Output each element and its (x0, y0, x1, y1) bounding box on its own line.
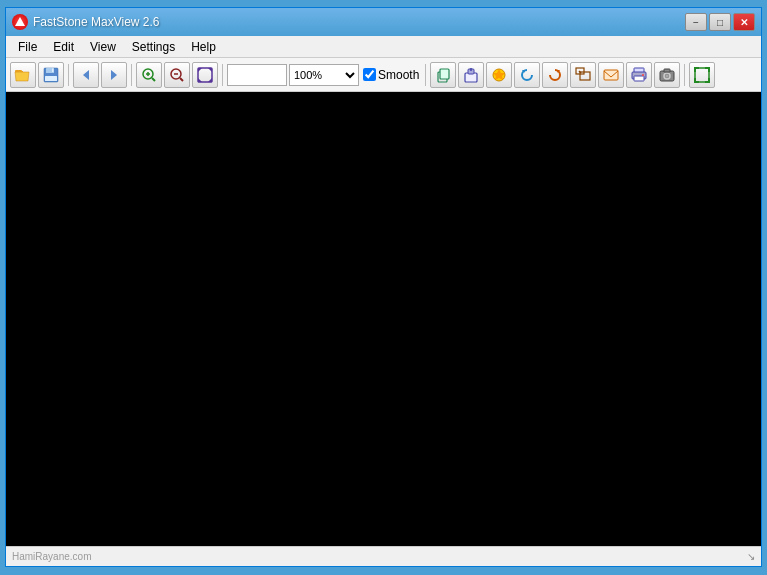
separator-4 (425, 64, 426, 86)
svg-point-35 (642, 74, 644, 76)
smooth-checkbox[interactable] (363, 68, 376, 81)
fullscreen-icon (693, 66, 711, 84)
open-button[interactable] (10, 62, 36, 88)
save-button[interactable] (38, 62, 64, 88)
app-logo (12, 14, 28, 30)
rotate-left-icon (518, 66, 536, 84)
resize-handle[interactable]: ↘ (747, 551, 755, 562)
zoom-out-button[interactable] (164, 62, 190, 88)
svg-line-30 (579, 71, 581, 73)
zoom-input[interactable] (227, 64, 287, 86)
title-bar: FastStone MaxView 2.6 − □ ✕ (6, 8, 761, 36)
image-canvas (6, 92, 761, 546)
menu-help[interactable]: Help (183, 38, 224, 56)
svg-line-14 (180, 78, 183, 81)
print-button[interactable] (626, 62, 652, 88)
back-icon (77, 66, 95, 84)
rotate-right-icon (546, 66, 564, 84)
svg-rect-15 (198, 68, 212, 82)
main-window: FastStone MaxView 2.6 − □ ✕ File Edit Vi… (5, 7, 762, 567)
minimize-button[interactable]: − (685, 13, 707, 31)
separator-1 (68, 64, 69, 86)
back-button[interactable] (73, 62, 99, 88)
separator-2 (131, 64, 132, 86)
svg-rect-40 (695, 68, 709, 82)
window-title: FastStone MaxView 2.6 (33, 15, 160, 29)
separator-3 (222, 64, 223, 86)
svg-rect-39 (664, 69, 670, 72)
email-button[interactable] (598, 62, 624, 88)
window-controls: − □ ✕ (685, 13, 755, 31)
zoom-select[interactable]: 100% 50% 200% Fit (289, 64, 359, 86)
menu-bar: File Edit View Settings Help (6, 36, 761, 58)
resize-button[interactable] (570, 62, 596, 88)
fullscreen-button[interactable] (689, 62, 715, 88)
menu-file[interactable]: File (10, 38, 45, 56)
svg-point-38 (666, 74, 669, 77)
svg-rect-5 (45, 76, 57, 81)
adjust-icon (490, 66, 508, 84)
svg-line-11 (152, 78, 155, 81)
svg-rect-21 (440, 69, 449, 79)
zoom-in-button[interactable] (136, 62, 162, 88)
status-bar: HamiRayane.com ↘ (6, 546, 761, 566)
title-bar-left: FastStone MaxView 2.6 (12, 14, 160, 30)
fit-window-button[interactable] (192, 62, 218, 88)
zoom-out-icon (168, 66, 186, 84)
menu-settings[interactable]: Settings (124, 38, 183, 56)
menu-view[interactable]: View (82, 38, 124, 56)
svg-rect-4 (52, 68, 54, 72)
svg-rect-31 (604, 70, 618, 80)
forward-icon (105, 66, 123, 84)
svg-marker-0 (15, 17, 25, 26)
svg-rect-34 (634, 76, 644, 81)
rotate-left-button[interactable] (514, 62, 540, 88)
paste-button[interactable] (458, 62, 484, 88)
email-icon (602, 66, 620, 84)
close-button[interactable]: ✕ (733, 13, 755, 31)
rotate-right-button[interactable] (542, 62, 568, 88)
adjust-button[interactable] (486, 62, 512, 88)
smooth-label: Smooth (363, 68, 419, 82)
separator-5 (684, 64, 685, 86)
camera-icon (658, 66, 676, 84)
save-icon (42, 66, 60, 84)
svg-rect-29 (580, 72, 590, 80)
toolbar: 100% 50% 200% Fit Smooth (6, 58, 761, 92)
svg-marker-6 (83, 70, 89, 80)
resize-icon (574, 66, 592, 84)
maximize-button[interactable]: □ (709, 13, 731, 31)
open-icon (14, 66, 32, 84)
paste-icon (462, 66, 480, 84)
watermark-text: HamiRayane.com (12, 551, 91, 562)
svg-marker-7 (111, 70, 117, 80)
copy-icon (434, 66, 452, 84)
forward-button[interactable] (101, 62, 127, 88)
menu-edit[interactable]: Edit (45, 38, 82, 56)
smooth-text: Smooth (378, 68, 419, 82)
copy-button[interactable] (430, 62, 456, 88)
fit-icon (196, 66, 214, 84)
screenshot-button[interactable] (654, 62, 680, 88)
zoom-in-icon (140, 66, 158, 84)
print-icon (630, 66, 648, 84)
